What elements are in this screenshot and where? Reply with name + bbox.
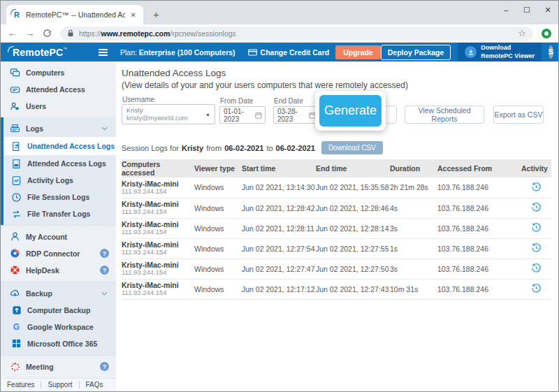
activity-history-icon[interactable] <box>521 218 551 238</box>
change-credit-card-link[interactable]: Change Credit Card <box>248 48 330 57</box>
from-date-label: From Date <box>220 97 253 105</box>
footer-link-support[interactable]: Support <box>41 381 78 389</box>
browser-tabstrip: R RemotePC™ -- Unattended Acce ✕ + – ☐ ✕ <box>1 1 558 24</box>
upgrade-button[interactable]: Upgrade <box>335 45 381 59</box>
chevron-down-icon <box>101 126 108 131</box>
window-maximize-button[interactable]: ☐ <box>516 1 537 20</box>
window-controls: – ☐ ✕ <box>495 1 558 20</box>
sidebar-section-logs: Logs Unattended Access Logs Attended Acc… <box>1 117 116 225</box>
activity-logs-icon <box>11 175 22 186</box>
footer-link-faqs[interactable]: FAQs <box>80 381 110 389</box>
window-close-button[interactable]: ✕ <box>537 1 558 20</box>
activity-history-icon[interactable] <box>521 259 551 279</box>
sidebar-item-helpdesk[interactable]: HelpDesk ? <box>1 262 116 279</box>
session-to-date: 06-02-2021 <box>276 144 315 152</box>
hamburger-menu-icon[interactable] <box>99 49 108 56</box>
reload-icon[interactable] <box>43 29 52 38</box>
file-transfer-logs-icon <box>11 209 22 219</box>
activity-history-icon[interactable] <box>521 177 551 198</box>
back-icon[interactable]: ← <box>8 29 17 38</box>
window-minimize-button[interactable]: – <box>495 1 516 20</box>
table-row: Kristy-iMac-mini111.93.244.154 Windows J… <box>122 279 551 299</box>
computers-icon <box>10 68 20 78</box>
attended-access-logs-icon <box>11 159 22 169</box>
download-viewer-button[interactable]: DownloadRemotePC Viewer <box>458 43 542 61</box>
meeting-icon <box>10 361 20 372</box>
sidebar-item-activity-logs[interactable]: Activity Logs <box>3 172 116 189</box>
end-date-input[interactable]: 03-28-2023 <box>273 106 319 124</box>
col-accessed-from: Accessed From <box>437 159 521 177</box>
deploy-package-button[interactable]: Deploy Package <box>381 45 451 60</box>
help-icon[interactable]: ? <box>100 266 109 275</box>
google-workspace-icon: G <box>11 321 22 332</box>
sidebar-section-meeting: Meeting ? <box>1 356 116 378</box>
col-computers-accessed: Computers accessed <box>122 159 194 177</box>
username-select[interactable]: Kristy kristy@myworld.com ▼ <box>122 104 215 124</box>
sidebar-item-users[interactable]: Users <box>1 98 116 115</box>
my-account-icon <box>10 231 20 242</box>
logo-zone: RemotePC™ <box>1 47 115 58</box>
unattended-access-logs-icon <box>11 141 22 152</box>
sidebar-section-main: Computers Attended Access Users <box>1 61 116 117</box>
sidebar-item-attended-access[interactable]: Attended Access <box>1 81 116 98</box>
help-icon[interactable]: ? <box>100 249 109 258</box>
generate-callout: Generate <box>315 91 386 131</box>
table-row: Kristy-iMac-mini111.93.244.154 Windows J… <box>122 198 551 218</box>
sidebar-item-backup[interactable]: Backup <box>3 285 116 302</box>
sidebar-item-computer-backup[interactable]: Computer Backup <box>3 302 116 319</box>
col-start-time: Start time <box>242 159 316 177</box>
url-field[interactable]: https://www.remotepc.com/rpcnew/sessionl… <box>60 27 533 41</box>
sidebar-section-account: My Account RDP Connector ? HelpDesk ? <box>1 226 116 282</box>
col-viewer-type: Viewer type <box>194 159 242 177</box>
col-duration: Duration <box>390 159 437 177</box>
new-tab-button[interactable]: + <box>153 8 159 20</box>
page-title: Unattended Access Logs <box>122 68 551 78</box>
plan-info: Plan: Enterprise (100 Computers) <box>120 48 235 57</box>
remotepc-favicon: R <box>12 10 22 20</box>
tab-close-icon[interactable]: ✕ <box>129 11 138 19</box>
activity-history-icon[interactable] <box>521 279 551 299</box>
user-avatar[interactable]: S <box>549 45 553 59</box>
calendar-icon <box>255 112 262 119</box>
sidebar-item-unattended-access-logs[interactable]: Unattended Access Logs <box>3 137 116 155</box>
browser-tab[interactable]: R RemotePC™ -- Unattended Acce ✕ <box>6 5 143 24</box>
sidebar-item-meeting[interactable]: Meeting ? <box>1 358 116 375</box>
forward-icon[interactable]: → <box>25 29 34 38</box>
session-from-date: 06-02-2021 <box>224 144 263 152</box>
url-path: /rpcnew/sessionlogs <box>170 29 236 38</box>
page-subtitle: (View details of your and your users com… <box>122 80 551 90</box>
from-date-input[interactable]: 01-01-2023 <box>219 106 266 124</box>
bookmark-star-icon[interactable]: ☆ <box>518 28 526 38</box>
help-icon[interactable]: ? <box>100 362 109 371</box>
sidebar-footer: Features Support FAQs <box>1 378 116 391</box>
sidebar-item-microsoft-office-365[interactable]: Microsoft Office 365 <box>3 335 116 352</box>
remotepc-logo[interactable]: RemotePC™ <box>8 47 67 58</box>
activity-history-icon[interactable] <box>521 238 551 259</box>
view-scheduled-reports-button[interactable]: View Scheduled Reports <box>405 106 484 124</box>
browser-extension-icon[interactable] <box>542 29 551 38</box>
sidebar-item-file-transfer-logs[interactable]: File Transfer Logs <box>3 205 116 222</box>
export-as-csv-button[interactable]: Export as CSV <box>493 106 544 124</box>
username-label: Username <box>122 96 154 103</box>
table-header-row: Computers accessed Viewer type Start tim… <box>122 159 551 177</box>
sidebar-item-file-session-logs[interactable]: File Session Logs <box>3 189 116 205</box>
sidebar-item-google-workspace[interactable]: G Google Workspace <box>3 319 116 335</box>
session-username: Kristy <box>182 144 203 152</box>
end-date-label: End Date <box>274 97 303 105</box>
download-icon <box>465 46 477 58</box>
table-row: Kristy-iMac-mini111.93.244.154 Windows J… <box>122 218 551 238</box>
sidebar-item-attended-access-logs[interactable]: Attended Access Logs <box>3 155 116 172</box>
activity-history-icon[interactable] <box>521 198 551 218</box>
backup-cloud-icon <box>10 288 20 298</box>
sidebar-item-computers[interactable]: Computers <box>1 64 116 81</box>
url-domain: www.remotepc.com <box>101 29 170 38</box>
sidebar-item-my-account[interactable]: My Account <box>1 228 116 245</box>
sidebar-item-logs[interactable]: Logs <box>3 120 116 137</box>
download-csv-button[interactable]: Download CSV <box>321 141 383 154</box>
sidebar: Computers Attended Access Users Logs <box>1 61 116 391</box>
credit-card-icon <box>248 49 257 56</box>
footer-link-features[interactable]: Features <box>1 381 41 389</box>
sidebar-item-rdp-connector[interactable]: RDP Connector ? <box>1 245 116 262</box>
app-header: RemotePC™ Plan: Enterprise (100 Computer… <box>1 43 558 61</box>
generate-button[interactable]: Generate <box>319 95 382 126</box>
